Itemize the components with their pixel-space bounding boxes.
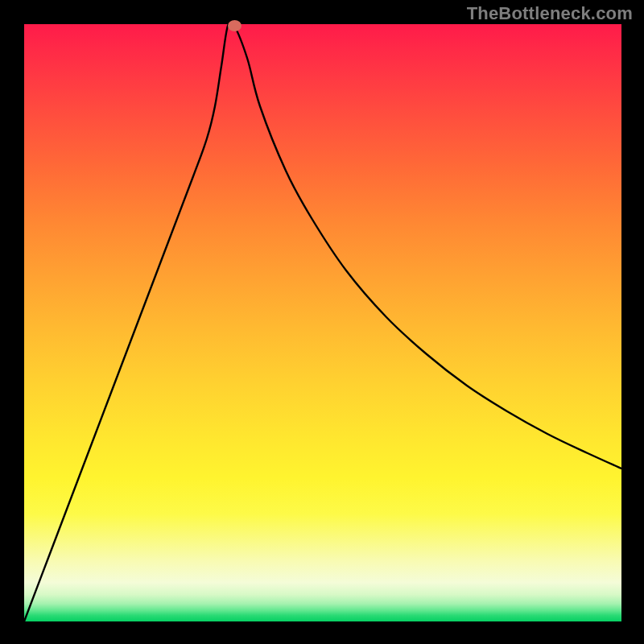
minimum-marker (228, 20, 242, 31)
chart-frame: TheBottleneck.com (0, 0, 644, 644)
bottleneck-curve (24, 21, 621, 621)
plot-area (24, 24, 621, 621)
attribution-text: TheBottleneck.com (467, 3, 633, 24)
curve-layer (24, 24, 621, 621)
